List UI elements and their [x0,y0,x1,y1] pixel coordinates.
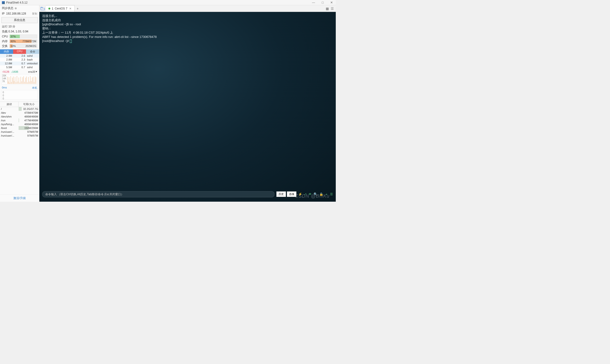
terminal-line: [root@localhost ~]# [42,39,333,43]
network-chart: 20K14K7K [1,74,38,85]
ping-host-selector[interactable]: 本机 [32,86,37,90]
tab-bar: 1 CentOS 7 ✕ + ▦ ☰ [39,5,336,12]
cursor-icon [70,39,72,43]
power-icon[interactable]: ⚡ [298,192,302,196]
cpu-meter: CPU 37% [0,34,39,39]
terminal-line: 上一次登录：一 11月 4 08:01:18 CST 2024pts/0 上 [42,30,333,35]
tab-label: CentOS 7 [55,7,67,10]
disk-list: /32.2G/37.7G/dev470M/470M/dev/shm486M/48… [0,107,39,138]
new-tab-button[interactable]: + [75,7,80,11]
content-area: 1 CentOS 7 ✕ + ▦ ☰ 连接主机...连接主机成功[ygb@loc… [39,5,336,202]
process-row[interactable]: 2.8M2.3bash [0,58,39,62]
ip-label: IP [2,12,4,15]
process-row[interactable]: 12.8M0.7vmtoolsd [0,62,39,65]
net-up: ↑912B [2,70,9,73]
swap-meter: 交换 10%202M/2G [0,44,39,48]
chevron-down-icon: ▾ [36,70,37,73]
minimize-button[interactable]: — [311,1,316,4]
sync-dot-icon [15,7,17,9]
activate-button[interactable]: 激活/升级 [0,195,39,202]
disk-row[interactable]: /boot150M/296M [0,126,39,130]
net-down: ↓180B [11,70,18,73]
uptime: 运行 10 分 [0,24,39,29]
lock-icon[interactable]: 🔒 [319,192,323,196]
terminal-line: [ygb@localhost ~]$ su - root [42,22,333,26]
terminal-line: 密码： [42,26,333,31]
sidebar: 同步状态 IP 192.168.88.128 复制 系统信息 运行 10 分 负… [0,5,39,202]
process-row[interactable]: 5.5M0.7sshd [0,65,39,69]
terminal[interactable]: 连接主机...连接主机成功[ygb@localhost ~]$ su - roo… [39,12,336,202]
sync-label: 同步状态 [2,6,13,10]
app-title: FinalShell 4.5.12 [6,1,27,4]
network-stats: ↑912B ↓180B ens33 ▾ [0,69,39,74]
sync-status: 同步状态 [0,5,39,11]
titlebar: FinalShell 4.5.12 — □ ✕ [0,0,336,5]
close-button[interactable]: ✕ [329,1,334,4]
process-list: 2.9M2.6sshd2.8M2.3bash12.8M0.7vmtoolsd5.… [0,54,39,69]
folder-icon[interactable] [39,7,46,10]
ping-chart: 0 0 0 [1,90,38,100]
disk-row[interactable]: /dev/shm486M/486M [0,115,39,118]
disk-row[interactable]: /run/user/...97M/97M [0,130,39,134]
tab-index: 1 [52,7,53,10]
history-button[interactable]: 历史 [276,191,286,197]
disk-row[interactable]: /run/user/...97M/97M [0,134,39,138]
process-header: 内存 CPU 命令 [0,49,39,54]
system-info-button[interactable]: 系统信息 [1,17,38,23]
status-dot-icon [48,8,50,10]
search-icon[interactable]: 🔍 [314,192,318,196]
tab-close-button[interactable]: ✕ [69,7,72,10]
terminal-line: 连接主机... [42,14,333,18]
disk-row[interactable]: /dev470M/470M [0,111,39,115]
maximize-button[interactable]: □ [321,1,325,4]
grid-view-icon[interactable]: ▦ [326,7,329,11]
app-icon [2,1,5,4]
disk-row[interactable]: /sys/fs/cg...486M/486M [0,122,39,126]
process-row[interactable]: 2.9M2.6sshd [0,54,39,58]
eye-icon[interactable]: 👁 [309,192,312,196]
disk-header: 路径 可用/大小 [0,102,39,107]
ip-value: 192.168.88.128 [6,12,26,15]
command-input[interactable]: 命令输入 （双击Ctrl切换,Alt历史,Tab路径/命令,Esc关闭窗口） [42,191,275,197]
app-window: FinalShell 4.5.12 — □ ✕ 同步状态 IP 192.168.… [0,0,336,202]
list-view-icon[interactable]: ☰ [331,7,334,11]
tab-centos7[interactable]: 1 CentOS 7 ✕ [46,5,75,12]
disk-row[interactable]: /32.2G/37.7G [0,107,39,111]
interface-selector[interactable]: ens33 ▾ [28,70,37,73]
mem-meter: 内存 80%778M/972M [0,39,39,44]
plus-icon[interactable]: ＋ [325,192,328,196]
resize-icon[interactable]: ⤢ [304,192,307,196]
menu-icon[interactable]: ☰ [330,192,333,196]
options-button[interactable]: 选项 [287,191,296,197]
terminal-line: 连接主机成功 [42,18,333,22]
ping-header: 0ms 本机 [0,86,39,90]
terminal-line: ABRT has detected 1 problem(s). For more… [42,35,333,39]
copy-ip-button[interactable]: 复制 [32,12,37,15]
disk-row[interactable]: /run477M/486M [0,118,39,122]
load-avg: 负载 0.34, 1.03, 0.94 [0,29,39,34]
